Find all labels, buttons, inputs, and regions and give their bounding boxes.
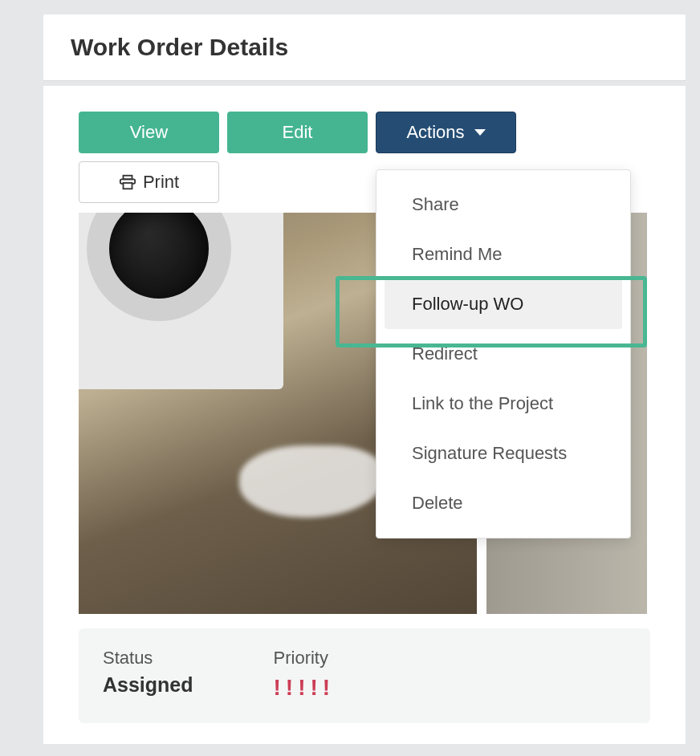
chevron-down-icon: [474, 129, 486, 136]
dropdown-item-link-to-project[interactable]: Link to the Project: [376, 379, 630, 429]
dropdown-item-follow-up-wo[interactable]: Follow-up WO: [385, 279, 622, 329]
edit-button-label: Edit: [283, 122, 313, 143]
view-button-label: View: [130, 122, 168, 143]
status-value: Assigned: [103, 673, 193, 697]
priority-label: Priority: [274, 648, 336, 669]
actions-dropdown-menu: Share Remind Me Follow-up WO Redirect Li…: [376, 169, 631, 539]
edit-button[interactable]: Edit: [227, 112, 368, 153]
print-button-label: Print: [143, 172, 179, 193]
page-title: Work Order Details: [71, 34, 658, 61]
view-button[interactable]: View: [79, 112, 219, 153]
dropdown-item-remind-me[interactable]: Remind Me: [376, 230, 630, 279]
priority-block: Priority !!!!!: [274, 648, 336, 699]
dropdown-item-signature-requests[interactable]: Signature Requests: [376, 429, 630, 478]
dropdown-item-redirect[interactable]: Redirect: [376, 329, 630, 379]
header-divider: [43, 80, 686, 81]
priority-indicator: !!!!!: [274, 677, 336, 699]
status-block: Status Assigned: [103, 648, 193, 699]
printer-icon: [119, 173, 136, 191]
actions-dropdown-button[interactable]: Actions: [376, 112, 516, 153]
print-button[interactable]: Print: [79, 161, 219, 203]
status-label: Status: [103, 648, 193, 669]
actions-button-label: Actions: [406, 122, 464, 143]
dropdown-item-delete[interactable]: Delete: [376, 478, 630, 528]
svg-rect-1: [123, 183, 132, 189]
button-toolbar: View Edit Actions Share Remind Me Follow…: [79, 112, 650, 203]
info-panel: Status Assigned Priority !!!!!: [79, 628, 650, 723]
dropdown-item-share[interactable]: Share: [376, 180, 630, 230]
